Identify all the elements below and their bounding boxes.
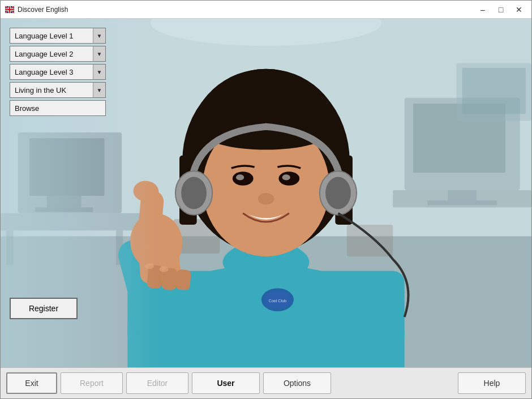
svg-point-55 xyxy=(325,177,351,209)
nav-panel: Language Level 1 ▼ Language Level 2 ▼ La… xyxy=(10,28,106,116)
report-button[interactable]: Report xyxy=(61,372,123,394)
language-level-3-arrow[interactable]: ▼ xyxy=(93,65,105,79)
svg-rect-22 xyxy=(1,213,151,231)
main-content: Cool Club xyxy=(1,19,531,367)
svg-rect-13 xyxy=(29,138,105,196)
svg-point-53 xyxy=(181,177,207,209)
svg-point-47 xyxy=(236,174,244,180)
svg-rect-15 xyxy=(35,207,93,212)
svg-point-49 xyxy=(258,193,274,204)
maximize-button[interactable]: □ xyxy=(493,4,509,15)
options-button[interactable]: Options xyxy=(263,372,331,394)
app-icon xyxy=(5,6,14,13)
main-window: Discover English – □ ✕ xyxy=(0,0,532,399)
svg-point-65 xyxy=(145,263,154,269)
language-level-1-arrow[interactable]: ▼ xyxy=(93,28,105,43)
exit-button[interactable]: Exit xyxy=(6,372,57,394)
user-button[interactable]: User xyxy=(192,372,260,394)
close-button[interactable]: ✕ xyxy=(511,4,527,15)
minimize-button[interactable]: – xyxy=(475,4,491,15)
svg-rect-21 xyxy=(462,68,526,114)
language-level-2-label: Language Level 2 xyxy=(10,46,93,61)
window-title: Discover English xyxy=(18,6,475,14)
svg-rect-64 xyxy=(175,269,191,291)
window-controls: – □ ✕ xyxy=(475,4,527,15)
title-bar: Discover English – □ ✕ xyxy=(1,1,531,19)
editor-button[interactable]: Editor xyxy=(126,372,188,394)
browse-button[interactable]: Browse xyxy=(10,100,106,116)
help-button[interactable]: Help xyxy=(458,372,526,394)
language-level-2-dropdown[interactable]: Language Level 2 ▼ xyxy=(10,46,106,62)
language-level-3-dropdown[interactable]: Language Level 3 ▼ xyxy=(10,64,106,80)
svg-rect-8 xyxy=(5,9,14,10)
svg-rect-24 xyxy=(6,230,13,265)
svg-rect-23 xyxy=(393,190,531,208)
svg-point-66 xyxy=(159,266,168,272)
language-level-1-dropdown[interactable]: Language Level 1 ▼ xyxy=(10,28,106,44)
register-button[interactable]: Register xyxy=(10,298,78,319)
language-level-1-label: Language Level 1 xyxy=(10,28,93,43)
living-in-uk-label: Living in the UK xyxy=(10,83,93,97)
living-in-uk-arrow[interactable]: ▼ xyxy=(93,83,105,97)
svg-point-44 xyxy=(203,115,329,149)
svg-rect-14 xyxy=(47,196,81,207)
language-level-3-label: Language Level 3 xyxy=(10,65,93,79)
language-level-2-arrow[interactable]: ▼ xyxy=(93,46,105,61)
svg-point-48 xyxy=(282,174,290,180)
living-in-uk-dropdown[interactable]: Living in the UK ▼ xyxy=(10,82,106,98)
svg-text:Cool Club: Cool Club xyxy=(269,299,286,303)
bottom-toolbar: Exit Report Editor User Options Help xyxy=(1,367,531,398)
